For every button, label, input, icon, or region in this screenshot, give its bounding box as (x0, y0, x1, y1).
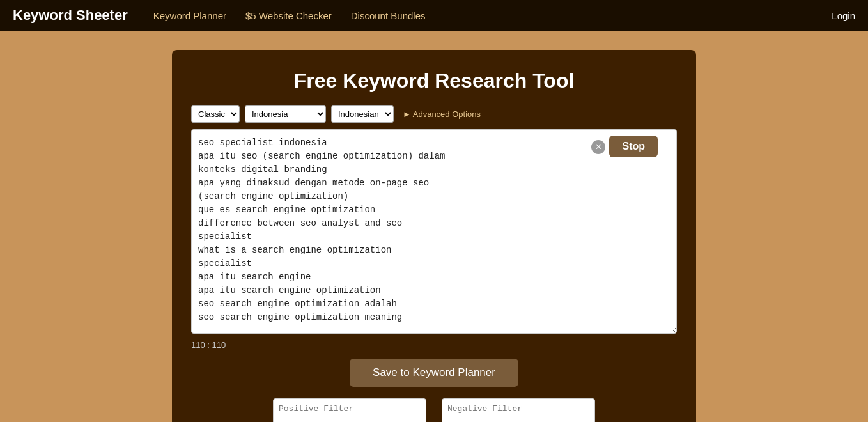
card: Free Keyword Research Tool Classic Indon… (172, 50, 696, 422)
filter-row (191, 398, 677, 422)
nav-keyword-planner[interactable]: Keyword Planner (153, 10, 226, 21)
save-button-wrapper: Save to Keyword Planner (191, 359, 677, 387)
nav-website-checker[interactable]: $5 Website Checker (245, 10, 332, 21)
keyword-textarea[interactable]: seo specialist indonesia apa itu seo (se… (191, 129, 677, 334)
nav-discount-bundles[interactable]: Discount Bundles (351, 10, 426, 21)
advanced-options-link[interactable]: ► Advanced Options (403, 109, 481, 119)
negative-filter-input[interactable] (442, 398, 595, 422)
save-button[interactable]: Save to Keyword Planner (350, 359, 518, 387)
navbar: Keyword Sheeter Keyword Planner $5 Websi… (0, 0, 868, 31)
counter: 110 : 110 (191, 340, 677, 350)
nav-login[interactable]: Login (832, 10, 855, 21)
nav-brand[interactable]: Keyword Sheeter (13, 7, 128, 24)
main-content: Free Keyword Research Tool Classic Indon… (0, 31, 868, 422)
controls-row: Classic Indonesia United States United K… (191, 106, 677, 123)
textarea-wrapper: seo specialist indonesia apa itu seo (se… (191, 129, 677, 336)
page-title: Free Keyword Research Tool (191, 69, 677, 93)
nav-links: Keyword Planner $5 Website Checker Disco… (153, 10, 832, 21)
stop-button-wrapper: ✕ Stop (591, 136, 658, 157)
mode-select[interactable]: Classic (191, 106, 240, 123)
positive-filter-input[interactable] (273, 398, 426, 422)
language-select[interactable]: Indonesian English (331, 106, 394, 123)
country-select[interactable]: Indonesia United States United Kingdom (245, 106, 326, 123)
close-icon[interactable]: ✕ (591, 140, 605, 154)
stop-button[interactable]: Stop (609, 136, 658, 157)
